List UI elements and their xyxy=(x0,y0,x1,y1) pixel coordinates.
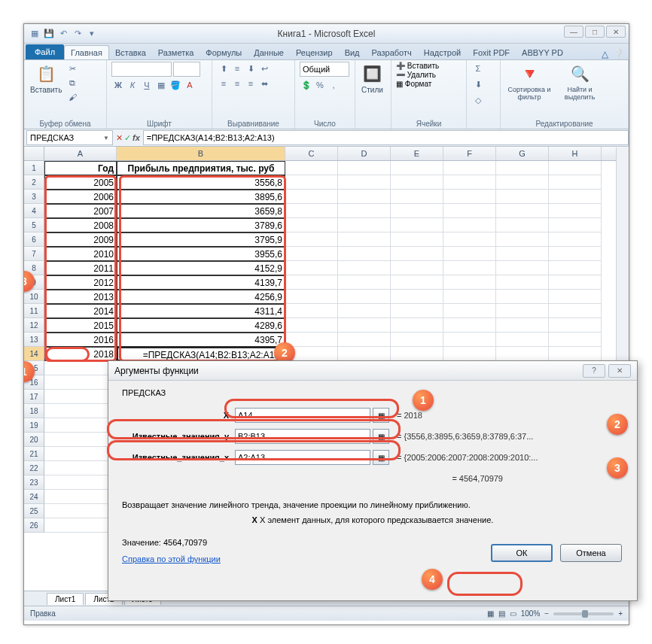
cell-E10[interactable] xyxy=(391,290,443,304)
cell-H13[interactable] xyxy=(549,333,602,347)
format-painter-icon[interactable]: 🖌 xyxy=(66,90,79,104)
cell-G7[interactable] xyxy=(496,247,549,261)
cell-H11[interactable] xyxy=(549,304,602,318)
cell-B8[interactable]: 4152,9 xyxy=(117,261,285,275)
bold-icon[interactable]: Ж xyxy=(111,78,125,92)
cell-C11[interactable] xyxy=(285,304,338,318)
row-header[interactable]: 14 xyxy=(24,347,44,361)
cell-F10[interactable] xyxy=(443,290,496,304)
cell-A11[interactable]: 2014 xyxy=(44,304,117,318)
cell-F13[interactable] xyxy=(443,333,496,347)
cell-A8[interactable]: 2011 xyxy=(44,261,117,275)
cell-D14[interactable] xyxy=(338,347,391,361)
underline-icon[interactable]: Ч xyxy=(140,78,154,92)
cell-E5[interactable] xyxy=(391,218,443,232)
cell-A24[interactable] xyxy=(44,490,117,504)
name-box[interactable]: ПРЕДСКАЗ ▼ xyxy=(26,130,113,145)
cell-G10[interactable] xyxy=(496,290,549,304)
paste-button[interactable]: 📋 Вставить xyxy=(29,62,63,96)
col-header-C[interactable]: C xyxy=(285,147,338,160)
cell-D11[interactable] xyxy=(338,304,391,318)
row-header[interactable]: 8 xyxy=(24,261,44,275)
cell-B4[interactable]: 3659,8 xyxy=(117,204,285,218)
row-header[interactable]: 15 xyxy=(24,361,44,375)
cell-G8[interactable] xyxy=(496,261,549,275)
comma-icon[interactable]: , xyxy=(327,78,340,92)
cell-B1[interactable]: Прибыль предприятия, тыс. руб xyxy=(117,161,285,175)
cell-G5[interactable] xyxy=(496,218,549,232)
italic-icon[interactable]: К xyxy=(126,78,139,92)
cell-H1[interactable] xyxy=(549,161,602,175)
font-combo[interactable] xyxy=(111,62,172,77)
cell-D12[interactable] xyxy=(338,318,391,333)
col-header-A[interactable]: A xyxy=(44,147,117,160)
cell-B5[interactable]: 3789,6 xyxy=(117,218,285,232)
col-header-B[interactable]: B xyxy=(117,147,285,160)
tab-view[interactable]: Вид xyxy=(339,46,366,59)
row-header[interactable]: 25 xyxy=(24,504,44,518)
delete-cells[interactable]: ➖ Удалить xyxy=(396,71,436,79)
save-icon[interactable]: 💾 xyxy=(43,28,55,40)
cell-C2[interactable] xyxy=(285,175,338,190)
size-combo[interactable] xyxy=(173,62,200,77)
align-left-icon[interactable]: ≡ xyxy=(217,77,230,90)
cell-C6[interactable] xyxy=(285,232,338,247)
cell-A18[interactable] xyxy=(44,404,117,418)
row-header[interactable]: 9 xyxy=(24,275,44,290)
cell-A26[interactable] xyxy=(44,518,117,533)
tab-insert[interactable]: Вставка xyxy=(109,46,152,59)
cell-E9[interactable] xyxy=(391,275,443,290)
cell-A22[interactable] xyxy=(44,461,117,475)
tab-developer[interactable]: Разработч xyxy=(366,46,418,59)
tab-home[interactable]: Главная xyxy=(64,45,109,59)
align-center-icon[interactable]: ≡ xyxy=(230,77,244,90)
cell-A2[interactable]: 2005 xyxy=(44,175,117,190)
col-header-F[interactable]: F xyxy=(443,147,496,160)
cell-F6[interactable] xyxy=(443,232,496,247)
cell-F8[interactable] xyxy=(443,261,496,275)
redo-icon[interactable]: ↷ xyxy=(72,28,84,40)
cell-C9[interactable] xyxy=(285,275,338,290)
cell-E11[interactable] xyxy=(391,304,443,318)
cell-A14[interactable]: 2018 xyxy=(44,347,117,361)
tab-abbyy[interactable]: ABBYY PD xyxy=(516,46,569,59)
cell-G6[interactable] xyxy=(496,232,549,247)
cell-E3[interactable] xyxy=(391,190,443,204)
row-header[interactable]: 24 xyxy=(24,490,44,504)
cell-B6[interactable]: 3795,9 xyxy=(117,232,285,247)
cell-A9[interactable]: 2012 xyxy=(44,275,117,290)
sort-filter-button[interactable]: 🔻 Сортировка и фильтр xyxy=(505,62,553,102)
cell-E4[interactable] xyxy=(391,204,443,218)
fx-icon[interactable]: fx xyxy=(133,133,140,143)
row-header[interactable]: 17 xyxy=(24,390,44,404)
cell-E6[interactable] xyxy=(391,232,443,247)
cell-D1[interactable] xyxy=(338,161,391,175)
align-mid-icon[interactable]: ≡ xyxy=(230,62,244,75)
cell-G13[interactable] xyxy=(496,333,549,347)
maximize-button[interactable]: □ xyxy=(585,26,605,38)
percent-icon[interactable]: % xyxy=(313,78,327,92)
autosum-icon[interactable]: Σ xyxy=(471,62,485,75)
cell-B3[interactable]: 3895,6 xyxy=(117,190,285,204)
cell-B14[interactable]: =ПРЕДСКАЗ(A14;B2:B13;A2:A13) xyxy=(117,347,285,361)
zoom-in-icon[interactable]: + xyxy=(618,609,623,618)
cell-A25[interactable] xyxy=(44,504,117,518)
cell-H7[interactable] xyxy=(549,247,602,261)
cell-C1[interactable] xyxy=(285,161,338,175)
cell-E8[interactable] xyxy=(391,261,443,275)
insert-cells[interactable]: ➕ Вставить xyxy=(396,62,439,70)
align-bot-icon[interactable]: ⬇ xyxy=(244,62,257,75)
select-all-corner[interactable] xyxy=(24,147,44,160)
cell-C7[interactable] xyxy=(285,247,338,261)
cell-A19[interactable] xyxy=(44,418,117,433)
row-header[interactable]: 16 xyxy=(24,375,44,390)
row-header[interactable]: 23 xyxy=(24,475,44,490)
arg-kx-input[interactable] xyxy=(235,450,370,465)
cell-H3[interactable] xyxy=(549,190,602,204)
cell-D13[interactable] xyxy=(338,333,391,347)
cell-C12[interactable] xyxy=(285,318,338,333)
cell-G3[interactable] xyxy=(496,190,549,204)
cell-G9[interactable] xyxy=(496,275,549,290)
namebox-dropdown-icon[interactable]: ▼ xyxy=(103,135,109,141)
cell-H9[interactable] xyxy=(549,275,602,290)
